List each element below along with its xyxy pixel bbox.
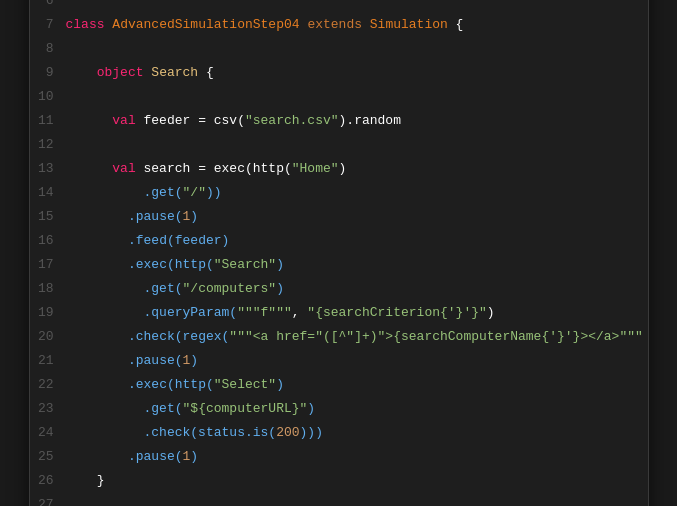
table-row: 16 .feed(feeder) bbox=[30, 229, 648, 253]
line-number: 26 bbox=[30, 470, 66, 492]
line-code: object Search { bbox=[66, 62, 214, 84]
line-code: .check(regex("""<a href="([^"]+)">{searc… bbox=[66, 326, 643, 348]
line-code: .get("${computerURL}") bbox=[66, 398, 316, 420]
line-number: 15 bbox=[30, 206, 66, 228]
line-number: 12 bbox=[30, 134, 66, 156]
table-row: 10 bbox=[30, 85, 648, 109]
table-row: 7class AdvancedSimulationStep04 extends … bbox=[30, 13, 648, 37]
table-row: 24 .check(status.is(200))) bbox=[30, 421, 648, 445]
table-row: 12 bbox=[30, 133, 648, 157]
table-row: 20 .check(regex("""<a href="([^"]+)">{se… bbox=[30, 325, 648, 349]
line-number: 20 bbox=[30, 326, 66, 348]
line-number: 7 bbox=[30, 14, 66, 36]
line-code: class AdvancedSimulationStep04 extends S… bbox=[66, 14, 464, 36]
table-row: 15 .pause(1) bbox=[30, 205, 648, 229]
table-row: 6 bbox=[30, 0, 648, 13]
line-code: .exec(http("Select") bbox=[66, 374, 284, 396]
table-row: 11 val feeder = csv("search.csv").random bbox=[30, 109, 648, 133]
line-code: .get("/")) bbox=[66, 182, 222, 204]
line-number: 14 bbox=[30, 182, 66, 204]
line-code: .exec(http("Search") bbox=[66, 254, 284, 276]
line-number: 24 bbox=[30, 422, 66, 444]
line-number: 8 bbox=[30, 38, 66, 60]
line-code: .pause(1) bbox=[66, 446, 199, 468]
table-row: 18 .get("/computers") bbox=[30, 277, 648, 301]
line-number: 10 bbox=[30, 86, 66, 108]
line-code: .pause(1) bbox=[66, 206, 199, 228]
table-row: 9 object Search { bbox=[30, 61, 648, 85]
line-number: 25 bbox=[30, 446, 66, 468]
line-number: 27 bbox=[30, 494, 66, 506]
table-row: 14 .get("/")) bbox=[30, 181, 648, 205]
table-row: 13 val search = exec(http("Home") bbox=[30, 157, 648, 181]
line-number: 22 bbox=[30, 374, 66, 396]
line-code: .check(status.is(200))) bbox=[66, 422, 323, 444]
line-code: .queryParam("""f""", "{searchCriterion{'… bbox=[66, 302, 495, 324]
line-code: .pause(1) bbox=[66, 350, 199, 372]
line-number: 9 bbox=[30, 62, 66, 84]
line-code: } bbox=[66, 470, 105, 492]
code-editor: 4import io.gatling.http.Predef._5import … bbox=[29, 0, 649, 506]
line-code: .get("/computers") bbox=[66, 278, 284, 300]
line-code: .feed(feeder) bbox=[66, 230, 230, 252]
line-number: 11 bbox=[30, 110, 66, 132]
table-row: 22 .exec(http("Select") bbox=[30, 373, 648, 397]
line-number: 13 bbox=[30, 158, 66, 180]
table-row: 8 bbox=[30, 37, 648, 61]
line-number: 23 bbox=[30, 398, 66, 420]
table-row: 23 .get("${computerURL}") bbox=[30, 397, 648, 421]
table-row: 19 .queryParam("""f""", "{searchCriterio… bbox=[30, 301, 648, 325]
line-number: 19 bbox=[30, 302, 66, 324]
line-number: 17 bbox=[30, 254, 66, 276]
table-row: 17 .exec(http("Search") bbox=[30, 253, 648, 277]
line-number: 18 bbox=[30, 278, 66, 300]
line-number: 21 bbox=[30, 350, 66, 372]
line-code: val search = exec(http("Home") bbox=[66, 158, 347, 180]
table-row: 25 .pause(1) bbox=[30, 445, 648, 469]
table-row: 21 .pause(1) bbox=[30, 349, 648, 373]
line-number: 6 bbox=[30, 0, 66, 12]
table-row: 26 } bbox=[30, 469, 648, 493]
table-row: 27 bbox=[30, 493, 648, 506]
line-code: val feeder = csv("search.csv").random bbox=[66, 110, 401, 132]
line-number: 16 bbox=[30, 230, 66, 252]
